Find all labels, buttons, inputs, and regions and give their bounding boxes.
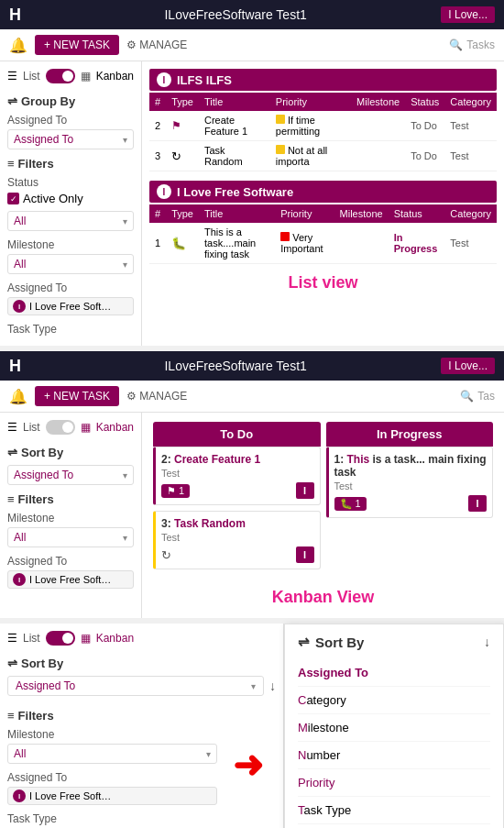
row-status: To Do <box>405 111 444 141</box>
sort-select-3[interactable]: Assigned To ▾ <box>7 676 264 696</box>
user-avatar: I <box>13 300 26 313</box>
milestone-select-3[interactable]: All ▾ <box>7 744 217 764</box>
bell-icon[interactable]: 🔔 <box>9 37 27 54</box>
row-title: Task Random <box>199 141 270 171</box>
status-select[interactable]: All ▾ <box>7 211 134 231</box>
kanban-card-inprogress[interactable]: 1: This is a task... main fixing task Te… <box>326 447 494 518</box>
view-toggle: ☰ List ▦ Kanban <box>7 69 134 83</box>
assigned-user-name-3: I Love Free Software <box>29 790 112 801</box>
priority-dot <box>276 115 285 124</box>
new-task-button-2[interactable]: + NEW TASK <box>35 386 119 406</box>
sort-arrow-down-icon[interactable]: ↓ <box>269 679 276 693</box>
flag-icon: ⚑ <box>171 119 181 132</box>
kanban-label-3[interactable]: Kanban <box>96 632 134 645</box>
milestone-select-2[interactable]: All ▾ <box>7 527 134 547</box>
search-box-2[interactable]: 🔍 Tas <box>460 390 495 403</box>
sort-select-row: Assigned To ▾ <box>7 465 134 485</box>
new-task-button[interactable]: + NEW TASK <box>35 35 119 55</box>
card-title-text: Create Feature 1 <box>174 453 260 466</box>
sort-option-milestone[interactable]: Milestone <box>298 714 490 742</box>
sort-option-tasktype[interactable]: Task Type <box>298 797 490 824</box>
row-title: This is a task....main fixing task <box>199 223 275 264</box>
manage-button[interactable]: ⚙ MANAGE <box>126 39 187 51</box>
view-toggle-switch-3[interactable] <box>46 631 75 646</box>
sort-option-number[interactable]: Number <box>298 742 490 769</box>
list-label-2[interactable]: List <box>23 421 40 434</box>
milestone-select[interactable]: All ▾ <box>7 254 134 274</box>
search-box[interactable]: 🔍 Tasks <box>449 39 495 51</box>
group-header-2: I I Love Free Software <box>149 181 497 203</box>
kanban-card[interactable]: 3: Task Random Test ↻ I <box>153 511 321 569</box>
kanban-card-sub-2: Test <box>161 532 314 543</box>
filters-section: ≡ Filters Status ✓ Active Only All ▾ Mil… <box>7 157 134 336</box>
group-header-1: I ILFS ILFS <box>149 69 497 91</box>
row-title: Create Feature 1 <box>199 111 270 141</box>
assigned-user-name-2: I Love Free Software <box>29 574 112 585</box>
active-only-checkbox[interactable]: ✓ <box>7 193 19 204</box>
kanban-card-title: 2: Create Feature 1 <box>161 453 314 466</box>
manage-button-2[interactable]: ⚙ MANAGE <box>126 390 187 403</box>
assigned-to-select[interactable]: Assigned To ▾ <box>7 129 134 149</box>
table-row[interactable]: 3 ↻ Task Random Not at all importa To Do… <box>149 141 497 171</box>
priority-dot-red <box>280 232 290 241</box>
user-badge-2[interactable]: I Love... <box>441 358 495 374</box>
bell-icon-2[interactable]: 🔔 <box>9 388 27 405</box>
list-label[interactable]: List <box>23 70 40 83</box>
sort-option-milestone-text: M <box>298 721 308 734</box>
sort-option-assigned[interactable]: Assigned To <box>298 659 490 687</box>
main-layout: ☰ List ▦ Kanban ⇌ Group By Assigned To A… <box>0 61 504 346</box>
filters-label-3: ≡ Filters <box>7 709 217 723</box>
group-name-2: I Love Free Software <box>177 185 293 199</box>
kanban-label[interactable]: Kanban <box>96 70 134 83</box>
group-by-label: ⇌ Group By <box>7 94 134 108</box>
sort-by-label-2: ⇌ Sort By <box>7 446 134 459</box>
sort-option-category[interactable]: Category <box>298 687 490 714</box>
filter-icon: ≡ <box>7 157 15 171</box>
kanban-card-bottom-2: ↻ I <box>161 546 314 563</box>
user-badge[interactable]: I Love... <box>441 6 495 23</box>
search-placeholder-2: Tas <box>477 390 495 403</box>
table-row[interactable]: 2 ⚑ Create Feature 1 If time permitting … <box>149 111 497 141</box>
sort-option-title[interactable]: Title <box>298 824 490 828</box>
row-type: ↻ <box>166 141 199 171</box>
row-status: In Progress <box>389 223 445 264</box>
list-label-3[interactable]: List <box>23 632 40 645</box>
kanban-label-2[interactable]: Kanban <box>96 421 134 434</box>
sort-option-number-rest: umber <box>306 748 340 762</box>
row-num: 1 <box>149 223 166 264</box>
view-toggle-switch[interactable] <box>46 69 75 83</box>
sort-option-assigned-text: A <box>298 666 306 679</box>
sort-icon: ⇌ <box>7 94 17 108</box>
filter-icon-2: ≡ <box>7 492 15 506</box>
task-type-label-3: Task Type <box>7 812 217 825</box>
kanban-view-panel: H ILoveFreeSoftware Test1 I Love... 🔔 + … <box>0 351 504 618</box>
chevron-milestone-icon: ▾ <box>123 259 127 270</box>
milestone-select-row-3: All ▾ <box>7 744 217 764</box>
kanban-icon-3: ▦ <box>81 632 91 645</box>
row-priority: If time permitting <box>270 111 351 141</box>
toolbar: 🔔 + NEW TASK ⚙ MANAGE 🔍 Tasks <box>0 29 504 61</box>
sidebar-panel1: ☰ List ▦ Kanban ⇌ Group By Assigned To A… <box>0 61 142 346</box>
row-milestone <box>351 111 405 141</box>
view-toggle-switch-2[interactable] <box>46 420 75 435</box>
sort-title-icon: ⇌ <box>298 634 310 650</box>
sort-select[interactable]: Assigned To ▾ <box>7 465 134 485</box>
card-title-text-2: Task Random <box>174 517 246 530</box>
table-row[interactable]: 1 🐛 This is a task....main fixing task V… <box>149 223 497 264</box>
row-category: Test <box>444 223 497 264</box>
row-category: Test <box>444 111 497 141</box>
sort-option-priority[interactable]: Priority <box>298 769 490 797</box>
app-title-2: ILoveFreeSoftware Test1 <box>30 359 441 373</box>
kanban-col-todo: To Do 2: Create Feature 1 Test ⚑ 1 I 3: … <box>153 422 321 575</box>
refresh-icon: ↻ <box>171 149 181 163</box>
main-layout-3: ☰ List ▦ Kanban ⇌ Sort By Assigned To ▾ … <box>0 624 504 828</box>
sort-option-category-text: C <box>298 693 306 707</box>
sort-option-priority-rest: riority <box>306 776 335 789</box>
kanban-view-label: Kanban View <box>146 588 500 607</box>
bottom-left: ☰ List ▦ Kanban ⇌ Sort By Assigned To ▾ … <box>0 624 284 828</box>
row-status: To Do <box>405 141 444 171</box>
topbar: H ILoveFreeSoftware Test1 I Love... <box>0 0 504 29</box>
col-priority: Priority <box>275 204 334 223</box>
kanban-card[interactable]: 2: Create Feature 1 Test ⚑ 1 I <box>153 447 321 505</box>
kanban-card-sub-ip: Test <box>334 480 488 491</box>
